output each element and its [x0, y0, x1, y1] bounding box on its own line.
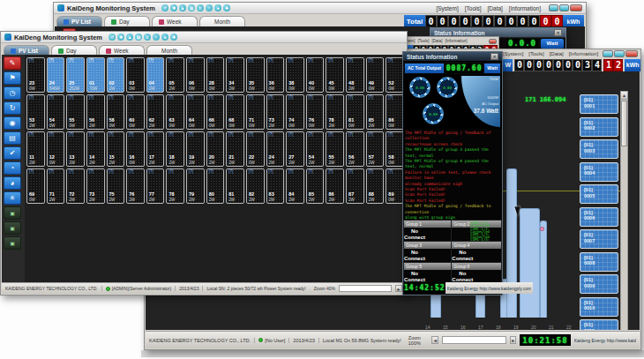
titlebar-icon[interactable]: ↺ [109, 34, 116, 41]
menu-item[interactable]: [Tools] [418, 39, 430, 43]
sidebar-button[interactable]: ◔ [4, 161, 21, 175]
minimize-button[interactable] [603, 50, 613, 57]
pv-cell[interactable]: [?] 84 2W [286, 168, 304, 204]
pv-cell[interactable]: [?] 14 2W [86, 131, 105, 167]
pv-cell[interactable]: [?] 28 0W [206, 57, 225, 93]
pv-cell[interactable]: [?] 86 2W [326, 168, 344, 204]
pv-cell[interactable]: [?] 78 2W [166, 168, 184, 204]
titlebar-icon[interactable]: ● [214, 4, 221, 11]
pv-cell[interactable]: [?] 66 0W [206, 94, 225, 130]
menu-item[interactable]: [Tools] [528, 51, 543, 56]
titlebar-icon[interactable]: ▲ [179, 4, 186, 11]
device-cell[interactable]: [01]0003 [580, 139, 618, 159]
titlebar-icon[interactable]: ↑ [206, 4, 213, 11]
device-list-scrollbar[interactable]: ▲ ▼ [620, 91, 628, 330]
sidebar-button[interactable]: ▤ [4, 131, 21, 145]
pv-cell[interactable]: [?] 15 2W [107, 131, 125, 167]
pv-cell[interactable]: [?] 05 2W [166, 57, 184, 93]
titlebar-icon[interactable]: ✱ [117, 34, 124, 41]
pv-cell[interactable]: [?] 72 2W [66, 168, 85, 204]
zoom-in-icon[interactable]: ► [395, 285, 402, 292]
pv-cell[interactable]: [?] 86 0W [386, 94, 404, 130]
pv-cell[interactable]: [?] 52 0W [386, 57, 404, 93]
pv-cell[interactable]: [?] 58 0W [386, 131, 404, 167]
pv-cell[interactable]: [?] 88 2W [366, 168, 385, 204]
pv-cell[interactable]: [?] 40 0W [306, 57, 325, 93]
pv-cell[interactable]: [?] 85 2W [306, 168, 325, 204]
menu-item[interactable]: [Tools] [465, 5, 482, 11]
pv-cell[interactable]: [?] 60 0W [126, 94, 145, 130]
titlebar-icon[interactable]: ▲ [126, 34, 133, 41]
pv-cell[interactable]: [?] 75 2W [107, 168, 125, 204]
pv-cell[interactable]: [?] 54 0W [47, 94, 65, 130]
titlebar-icon[interactable]: ✱ [170, 4, 177, 11]
pv-cell[interactable]: [?] 16 0W [126, 131, 145, 167]
device-cell[interactable]: [01]0009 [580, 274, 618, 294]
zoom-slider[interactable] [339, 285, 392, 292]
titlebar-icon[interactable]: ▦ [188, 4, 195, 11]
sidebar-button[interactable]: ⚑ [4, 71, 21, 85]
pv-cell[interactable]: [?] 64 0W [186, 94, 205, 130]
pv-cell[interactable]: [?] 71 0W [246, 94, 265, 130]
pv-cell[interactable]: [?] 89 0W [386, 168, 404, 204]
pv-cell[interactable]: [?] 58 0W [107, 94, 125, 130]
pv-cell[interactable]: [?] 12 0W [47, 131, 65, 167]
pv-cell[interactable]: [?] 04 2W [146, 57, 165, 93]
device-cell[interactable]: [01]0005 [580, 184, 618, 204]
tab[interactable]: Week [152, 16, 198, 26]
pv-cell[interactable]: [?] 27 2W [286, 131, 304, 167]
pv-cell[interactable]: [?] 83 2W [266, 168, 285, 204]
titlebar-icon[interactable]: ↑ [153, 34, 160, 41]
pv-cell[interactable]: [?] 06 0W [186, 57, 205, 93]
pv-cell[interactable]: [?] 54 2W [306, 131, 325, 167]
device-cell[interactable]: [01]0002 [580, 117, 618, 137]
device-cell[interactable]: [01]0006 [580, 207, 618, 227]
pv-cell[interactable]: [?] 85 2W [366, 94, 385, 130]
sidebar-button[interactable]: ▣ [4, 206, 21, 220]
pv-cell[interactable]: [?] 20 2W [206, 131, 225, 167]
pv-cell[interactable]: [?] 34 2W [226, 57, 244, 93]
pv-cell[interactable]: [?] 53 2W [26, 94, 45, 130]
pv-cell[interactable]: [?] 19 2W [186, 131, 205, 167]
pv-cell[interactable]: [?] 01 70W [86, 57, 105, 93]
pv-cell[interactable]: [?] 55 0W [66, 94, 85, 130]
pv-cell[interactable]: [?] 23 0W [26, 57, 45, 93]
menu-item[interactable]: [Information] [446, 39, 468, 43]
pv-cell[interactable]: [?] 68 0W [226, 94, 244, 130]
titlebar-icon[interactable]: ≡ [144, 34, 151, 41]
titlebar-icon[interactable]: ✚ [170, 34, 177, 41]
titlebar-icon[interactable]: ≡ [197, 4, 204, 11]
pv-cell[interactable]: [?] 11 2W [26, 131, 45, 167]
pv-cell[interactable]: [?] 55 2W [326, 131, 344, 167]
pv-cell[interactable]: [?] 24 546W [47, 57, 65, 93]
pv-cell[interactable]: [?] 17 2W [146, 131, 165, 167]
close-button[interactable] [570, 4, 582, 11]
titlebar[interactable]: Status Information ✕ [403, 52, 502, 62]
titlebar-icon[interactable]: ▦ [135, 34, 142, 41]
close-button[interactable]: ✕ [554, 29, 562, 36]
titlebar-icon[interactable]: ✚ [223, 4, 230, 11]
pv-cell[interactable]: [?] 77 2W [146, 168, 165, 204]
pv-cell[interactable]: [?] 73 2W [266, 94, 285, 130]
pv-cell[interactable]: [?] 49 0W [366, 57, 385, 93]
menu-item[interactable]: [Information] [509, 5, 541, 11]
sidebar-button[interactable]: ▣ [4, 221, 21, 235]
pv-cell[interactable]: [?] 82 2W [246, 168, 265, 204]
scroll-up-icon[interactable]: ▲ [621, 92, 627, 100]
sidebar-button[interactable]: ◕ [4, 176, 21, 190]
pv-cell[interactable]: [?] 56 2W [86, 94, 105, 130]
sidebar-button[interactable]: ✔ [4, 146, 21, 160]
device-cell[interactable]: [01]0010 [580, 297, 618, 317]
pv-cell[interactable]: [?] 02 2W [107, 57, 125, 93]
watt-unit-button[interactable]: Watt [541, 39, 564, 49]
device-cell[interactable]: [01]0008 [580, 252, 618, 272]
menu-item[interactable]: [Data] [432, 39, 443, 43]
zoom-in-icon[interactable]: ► [510, 336, 516, 344]
ac-output-unit-button[interactable]: Watt [484, 64, 500, 73]
vendor-link[interactable]: Kaideng Energy http://www.kaidengply.com [574, 338, 636, 343]
pv-cell[interactable]: [?] 79 2W [186, 168, 205, 204]
device-cell[interactable]: [01]0001 [580, 94, 618, 114]
pv-cell[interactable]: [?] 13 2W [66, 131, 85, 167]
menu-item[interactable]: [Data] [550, 51, 564, 56]
pv-cell[interactable]: [?] 78 2W [326, 94, 344, 130]
